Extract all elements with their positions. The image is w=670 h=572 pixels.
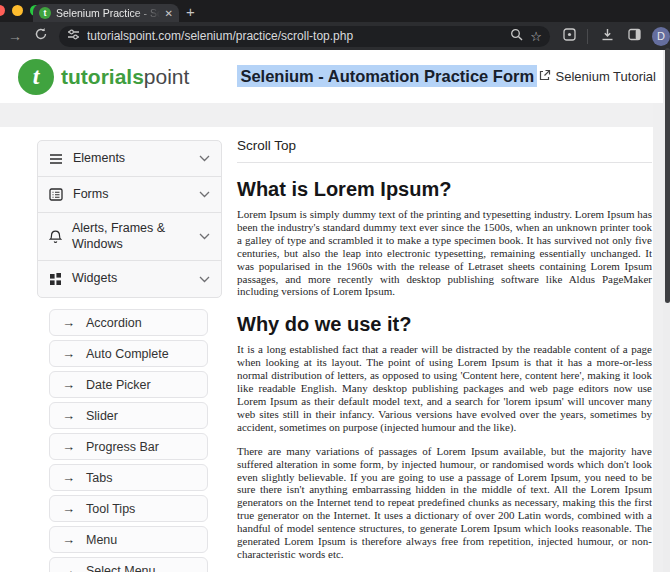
- url-text: tutorialspoint.com/selenium/practice/scr…: [87, 29, 503, 43]
- sidebar-item-alerts-frames-windows[interactable]: Alerts, Frames & Windows: [38, 213, 221, 261]
- new-tab-button[interactable]: +: [186, 3, 195, 20]
- arrow-right-icon: →: [62, 439, 75, 454]
- tab-close-icon[interactable]: ✕: [165, 8, 173, 19]
- sidebar-item-widgets[interactable]: Widgets: [38, 261, 221, 297]
- site-header: t tutorialspoint Selenium - Automation P…: [0, 50, 670, 103]
- arrow-right-icon: →: [62, 501, 75, 516]
- grid-icon: [49, 273, 62, 286]
- browser-toolbar: → tutorialspoint.com/selenium/practice/s…: [0, 22, 670, 50]
- arrow-right-icon: →: [62, 377, 75, 392]
- content-page-title: Scroll Top: [237, 138, 652, 163]
- side-panel-icon[interactable]: [627, 27, 642, 46]
- sidebar-item-date-picker[interactable]: → Date Picker: [49, 371, 208, 398]
- bookmark-star-icon[interactable]: ☆: [530, 29, 542, 44]
- forward-icon[interactable]: →: [8, 28, 22, 44]
- window-minimize-button[interactable]: [12, 5, 23, 16]
- accordion-group: Elements Forms Alerts, Frames & Windows: [37, 140, 222, 298]
- browser-tab[interactable]: t Selenium Practice - Scroll To ✕: [33, 4, 179, 22]
- logo-mark-icon: t: [18, 59, 54, 95]
- selected-title-text: Selenium - Automation Practice Form: [237, 65, 537, 87]
- site-settings-icon[interactable]: [67, 27, 80, 45]
- section-heading-what-is-lorem-ipsum: What is Lorem Ipsum?: [237, 178, 652, 201]
- arrow-right-icon: →: [62, 315, 75, 330]
- header-divider-band: [0, 103, 670, 127]
- sidebar-item-elements[interactable]: Elements: [38, 141, 221, 177]
- address-bar[interactable]: tutorialspoint.com/selenium/practice/scr…: [59, 26, 550, 47]
- bell-icon: [49, 230, 62, 244]
- window-close-button[interactable]: [0, 5, 5, 16]
- arrow-right-icon: →: [62, 532, 75, 547]
- form-list-icon: [49, 188, 63, 201]
- sidebar-item-select-menu[interactable]: → Select Menu: [49, 557, 208, 572]
- widgets-submenu: → Accordion → Auto Complete → Date Picke…: [37, 309, 222, 572]
- chevron-down-icon: [199, 276, 210, 283]
- paragraph: Lorem Ipsum is simply dummy text of the …: [237, 208, 652, 298]
- sidebar-item-tabs[interactable]: → Tabs: [49, 464, 208, 491]
- chevron-down-icon: [199, 155, 210, 162]
- hamburger-icon: [49, 153, 63, 165]
- practice-sidebar: Elements Forms Alerts, Frames & Windows: [37, 140, 222, 572]
- logo-text: tutorialspoint: [61, 65, 189, 89]
- extensions-icon[interactable]: [562, 27, 577, 46]
- sidebar-item-progress-bar[interactable]: → Progress Bar: [49, 433, 208, 460]
- arrow-right-icon: →: [62, 408, 75, 423]
- selenium-tutorial-link[interactable]: Selenium Tutorial: [538, 69, 656, 85]
- arrow-right-icon: →: [62, 346, 75, 361]
- tab-favicon-icon: t: [39, 7, 51, 19]
- tutorialspoint-logo[interactable]: t tutorialspoint: [18, 59, 189, 95]
- section-heading-why-do-we-use-it: Why do we use it?: [237, 313, 652, 336]
- sidebar-item-menu[interactable]: → Menu: [49, 526, 208, 553]
- zoom-page-icon[interactable]: [510, 27, 523, 45]
- paragraph: There are many variations of passages of…: [237, 445, 652, 561]
- external-link-icon: [538, 69, 551, 85]
- chevron-down-icon: [199, 233, 210, 240]
- chevron-down-icon: [199, 191, 210, 198]
- browser-tab-bar: t Selenium Practice - Scroll To ✕ +: [0, 0, 670, 22]
- download-icon[interactable]: [600, 27, 615, 46]
- reload-icon[interactable]: [34, 27, 48, 45]
- page-scrollbar-thumb[interactable]: [665, 48, 670, 303]
- toolbar-separator: [587, 29, 588, 44]
- tab-title: Selenium Practice - Scroll To: [56, 7, 160, 19]
- page-title: Selenium - Automation Practice Form: [237, 67, 537, 86]
- sidebar-item-accordion[interactable]: → Accordion: [49, 309, 208, 336]
- paragraph: It is a long established fact that a rea…: [237, 343, 652, 433]
- sidebar-item-slider[interactable]: → Slider: [49, 402, 208, 429]
- arrow-right-icon: →: [62, 563, 75, 572]
- arrow-right-icon: →: [62, 470, 75, 485]
- sidebar-item-auto-complete[interactable]: → Auto Complete: [49, 340, 208, 367]
- sidebar-item-tool-tips[interactable]: → Tool Tips: [49, 495, 208, 522]
- profile-avatar[interactable]: D: [652, 27, 670, 46]
- tutorial-link-label: Selenium Tutorial: [556, 69, 656, 84]
- sidebar-item-forms[interactable]: Forms: [38, 177, 221, 213]
- main-content: Scroll Top What is Lorem Ipsum? Lorem Ip…: [237, 138, 652, 572]
